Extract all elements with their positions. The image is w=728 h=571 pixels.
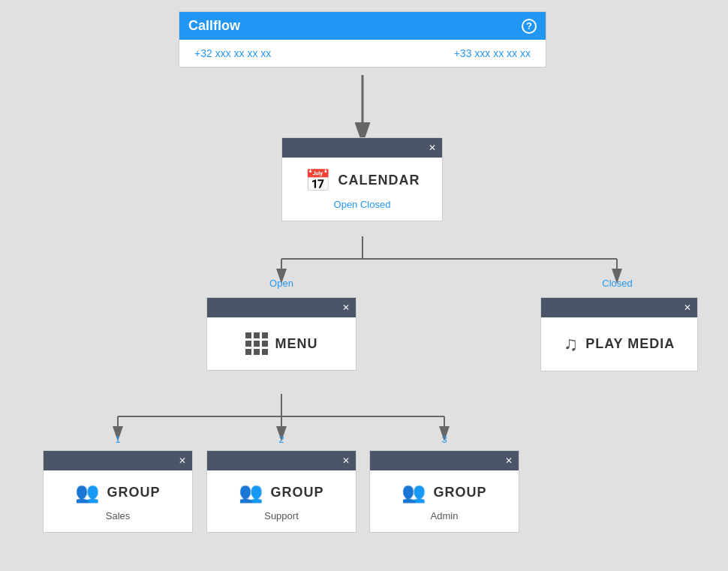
calendar-label: CALENDAR [338,173,420,188]
play-media-node-body: ♫ PLAY MEDIA [541,317,697,371]
menu-icon-row: MENU [245,332,318,355]
group3-node-header: ✕ [370,451,519,470]
callflow-box: Callflow ? +32 xxx xx xx xx +33 xxx xx x… [179,11,546,68]
group1-icon: 👥 [75,481,99,504]
group2-node-body: 👥 GROUP Support [207,470,356,532]
calendar-node-body: 📅 CALENDAR Open Closed [282,158,442,221]
group1-label: GROUP [107,485,160,500]
group3-node[interactable]: ✕ 👥 GROUP Admin [369,450,519,533]
group2-icon: 👥 [239,481,263,504]
group3-sublabel: Admin [431,510,459,521]
group1-sublabel: Sales [106,510,131,521]
closed-branch-label: Closed [540,278,694,289]
calendar-icon: 📅 [305,168,331,193]
group2-close-btn[interactable]: ✕ [342,455,350,466]
group1-node-body: 👥 GROUP Sales [44,470,192,532]
menu-close-btn[interactable]: ✕ [342,302,350,313]
play-media-label: PLAY MEDIA [585,336,675,352]
group1-node[interactable]: ✕ 👥 GROUP Sales [43,450,193,533]
calendar-icon-row: 📅 CALENDAR [305,168,420,193]
open-branch-label: Open [206,278,356,289]
menu-grid-icon [245,332,268,355]
play-media-icon-row: ♫ PLAY MEDIA [564,332,675,356]
group3-icon-row: 👥 GROUP [402,481,486,504]
callflow-numbers: +32 xxx xx xx xx +33 xxx xx xx xx [179,40,546,67]
phone-number-2[interactable]: +33 xxx xx xx xx [454,47,531,59]
group3-close-btn[interactable]: ✕ [505,455,513,466]
menu-label: MENU [275,336,318,352]
group2-node-header: ✕ [207,451,356,470]
play-media-node-header: ✕ [541,298,697,317]
help-icon[interactable]: ? [522,19,537,34]
group2-branch-label: 2 [206,434,356,445]
group2-icon-row: 👥 GROUP [239,481,323,504]
music-icon: ♫ [564,332,579,356]
group2-node[interactable]: ✕ 👥 GROUP Support [206,450,356,533]
calendar-sublabel: Open Closed [334,199,391,210]
group3-node-body: 👥 GROUP Admin [370,470,519,532]
group2-label: GROUP [270,485,323,500]
calendar-close-btn[interactable]: ✕ [429,143,436,153]
group1-icon-row: 👥 GROUP [75,481,160,504]
menu-node-header: ✕ [207,298,356,317]
group1-close-btn[interactable]: ✕ [179,455,186,466]
menu-node[interactable]: ✕ MENU [206,297,356,371]
calendar-node[interactable]: ✕ 📅 CALENDAR Open Closed [281,137,443,221]
group3-icon: 👥 [402,481,426,504]
group1-node-header: ✕ [44,451,192,470]
group3-branch-label: 3 [369,434,519,445]
callflow-title: Callflow [188,18,240,34]
play-media-node[interactable]: ✕ ♫ PLAY MEDIA [540,297,698,371]
play-media-close-btn[interactable]: ✕ [684,302,691,313]
phone-number-1[interactable]: +32 xxx xx xx xx [194,47,271,59]
group2-sublabel: Support [264,510,299,521]
callflow-header: Callflow ? [179,12,546,40]
menu-node-body: MENU [207,317,356,370]
group1-branch-label: 1 [43,434,193,445]
group3-label: GROUP [433,485,486,500]
calendar-node-header: ✕ [282,138,442,158]
